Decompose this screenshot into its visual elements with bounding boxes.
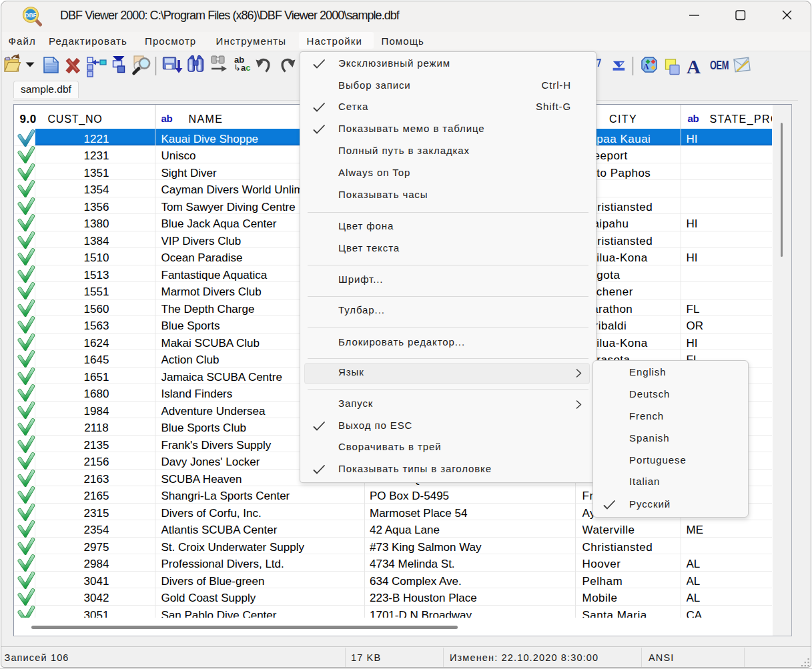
svg-text:DBF: DBF [25, 12, 36, 19]
svg-text:A: A [643, 62, 649, 71]
